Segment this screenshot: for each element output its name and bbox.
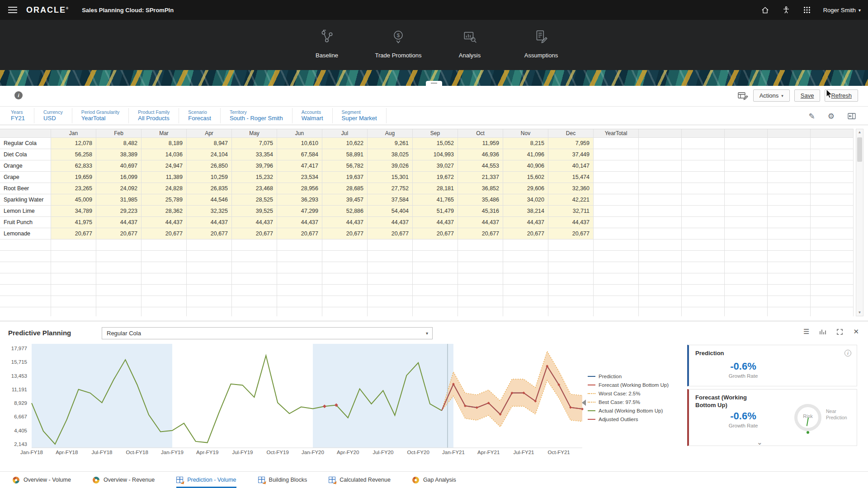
grid-cell[interactable]: 20,677 — [548, 228, 594, 239]
gear-icon[interactable]: ⚙ — [828, 112, 835, 121]
grid-cell[interactable]: 39,027 — [413, 160, 458, 172]
tab-building-blocks[interactable]: Building Blocks — [258, 472, 307, 488]
grid-cell-yeartotal[interactable] — [594, 183, 639, 194]
grid-cell[interactable]: 11,389 — [142, 172, 187, 183]
user-menu[interactable]: Roger Smith ▾ — [823, 7, 861, 14]
row-header[interactable]: Regular Cola — [0, 138, 51, 149]
grid-cell[interactable]: 10,259 — [187, 172, 232, 183]
grid-cell[interactable]: 46,936 — [458, 149, 503, 160]
chart-type-icon[interactable] — [819, 328, 826, 335]
grid-cell[interactable]: 12,078 — [51, 138, 96, 149]
save-button[interactable]: Save — [794, 89, 821, 102]
grid-cell[interactable]: 19,637 — [322, 172, 368, 183]
grid-cell[interactable]: 20,677 — [232, 228, 277, 239]
column-header[interactable]: Dec — [548, 129, 594, 138]
grid-cell[interactable]: 20,677 — [503, 228, 548, 239]
grid-cell[interactable]: 34,789 — [51, 206, 96, 217]
grid-cell[interactable]: 8,947 — [187, 138, 232, 149]
grid-cell[interactable]: 20,677 — [96, 228, 142, 239]
row-header[interactable]: Orange — [0, 160, 51, 172]
tab-calculated-revenue[interactable]: Calculated Revenue — [329, 472, 391, 488]
grid-cell[interactable]: 42,221 — [548, 194, 594, 206]
edit-pencil-icon[interactable]: ✎ — [809, 112, 815, 121]
nav-item-trade-promotions[interactable]: $ Trade Promotions — [369, 20, 427, 70]
grid-cell[interactable]: 36,852 — [458, 183, 503, 194]
tab-gap-analysis[interactable]: Gap Analysis — [412, 472, 456, 488]
column-header[interactable]: YearTotal — [594, 129, 639, 138]
grid-cell[interactable]: 44,437 — [232, 217, 277, 228]
grid-cell[interactable]: 51,479 — [413, 206, 458, 217]
grid-cell[interactable]: 29,223 — [96, 206, 142, 217]
grid-cell[interactable]: 15,602 — [503, 172, 548, 183]
grid-cell[interactable]: 45,009 — [51, 194, 96, 206]
row-header[interactable]: Sparkling Water — [0, 194, 51, 206]
grid-cell[interactable]: 23,534 — [277, 172, 322, 183]
grid-cell[interactable]: 54,404 — [368, 206, 413, 217]
grid-cell[interactable]: 47,417 — [277, 160, 322, 172]
row-header[interactable]: Lemon Lime — [0, 206, 51, 217]
grid-cell[interactable]: 40,906 — [503, 160, 548, 172]
grid-cell[interactable]: 19,659 — [51, 172, 96, 183]
grid-cell[interactable]: 44,437 — [187, 217, 232, 228]
grid-cell[interactable]: 10,622 — [322, 138, 368, 149]
grid-cell[interactable]: 44,437 — [503, 217, 548, 228]
grid-cell[interactable]: 32,360 — [548, 183, 594, 194]
row-header[interactable]: Diet Cola — [0, 149, 51, 160]
grid-cell[interactable]: 19,672 — [413, 172, 458, 183]
grid-cell[interactable]: 20,677 — [413, 228, 458, 239]
pov-member-segment[interactable]: Segment Super Market — [342, 108, 387, 124]
grid-cell[interactable]: 62,833 — [51, 160, 96, 172]
apps-grid-icon[interactable] — [802, 5, 811, 14]
grid-cell[interactable]: 28,525 — [232, 194, 277, 206]
grid-cell[interactable]: 52,886 — [322, 206, 368, 217]
pov-member-scenario[interactable]: Scenario Forecast — [188, 108, 221, 124]
grid-cell[interactable]: 24,947 — [142, 160, 187, 172]
grid-cell[interactable]: 31,985 — [96, 194, 142, 206]
grid-cell[interactable]: 20,677 — [458, 228, 503, 239]
actions-button[interactable]: Actions ▾ — [753, 89, 790, 102]
grid-cell[interactable]: 44,437 — [96, 217, 142, 228]
grid-cell[interactable]: 44,437 — [413, 217, 458, 228]
column-header[interactable]: Apr — [187, 129, 232, 138]
grid-cell[interactable]: 67,584 — [277, 149, 322, 160]
grid-cell[interactable]: 58,891 — [322, 149, 368, 160]
grid-cell[interactable]: 36,293 — [277, 194, 322, 206]
grid-cell[interactable]: 10,610 — [277, 138, 322, 149]
grid-cell[interactable]: 28,362 — [142, 206, 187, 217]
nav-item-analysis[interactable]: Analysis — [441, 20, 499, 70]
maximize-icon[interactable] — [836, 328, 843, 335]
pov-member-years[interactable]: Years FY21 — [11, 108, 34, 124]
grid-cell[interactable]: 15,301 — [368, 172, 413, 183]
pov-member-accounts[interactable]: Accounts Walmart — [302, 108, 333, 124]
grid-cell[interactable]: 25,789 — [142, 194, 187, 206]
pov-member-territory[interactable]: Territory South - Roger Smith — [230, 108, 292, 124]
grid-cell[interactable]: 28,685 — [322, 183, 368, 194]
grid-cell[interactable]: 29,606 — [503, 183, 548, 194]
grid-cell[interactable]: 56,782 — [322, 160, 368, 172]
column-header[interactable]: Jul — [322, 129, 368, 138]
grid-cell[interactable]: 41,765 — [413, 194, 458, 206]
column-header[interactable]: May — [232, 129, 277, 138]
grid-cell[interactable]: 23,265 — [51, 183, 96, 194]
grid-cell[interactable]: 44,437 — [322, 217, 368, 228]
scroll-up-icon[interactable]: ▲ — [858, 129, 862, 136]
info-icon[interactable]: i — [844, 350, 851, 357]
grid-cell[interactable]: 8,482 — [96, 138, 142, 149]
grid-cell[interactable]: 28,181 — [413, 183, 458, 194]
grid-cell[interactable]: 26,850 — [187, 160, 232, 172]
grid-cell[interactable]: 40,697 — [96, 160, 142, 172]
grid-cell[interactable]: 24,828 — [142, 183, 187, 194]
grid-cell[interactable]: 39,525 — [232, 206, 277, 217]
column-header[interactable]: Jun — [277, 129, 322, 138]
grid-cell[interactable]: 37,584 — [368, 194, 413, 206]
row-header[interactable]: Root Beer — [0, 183, 51, 194]
member-dropdown[interactable]: Regular Cola ▾ — [102, 327, 433, 339]
grid-cell[interactable]: 15,474 — [548, 172, 594, 183]
grid-cell[interactable]: 7,959 — [548, 138, 594, 149]
nav-item-baseline[interactable]: Baseline — [298, 20, 356, 70]
grid-cell[interactable]: 24,092 — [96, 183, 142, 194]
grid-cell[interactable]: 20,677 — [142, 228, 187, 239]
grid-cell-yeartotal[interactable] — [594, 228, 639, 239]
info-icon[interactable]: i — [14, 91, 23, 99]
pov-member-period-granularity[interactable]: Period Granularity YearTotal — [81, 108, 129, 124]
